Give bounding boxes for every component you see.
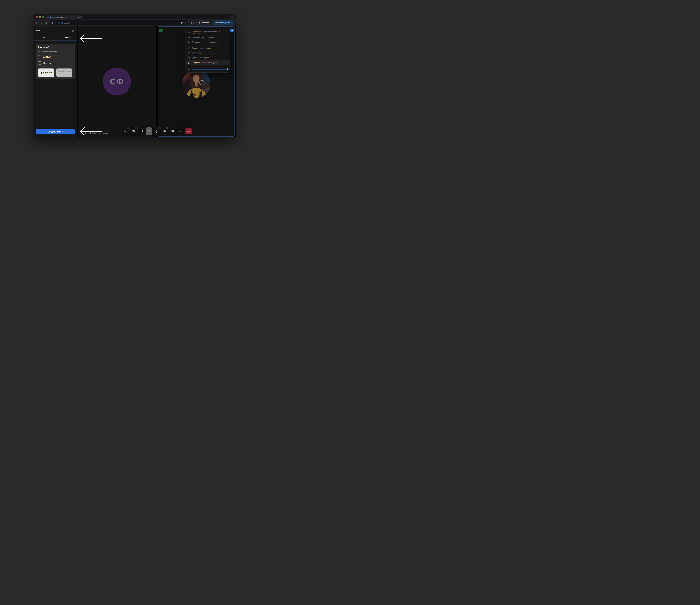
mic-icon xyxy=(188,31,190,34)
mic-off-icon xyxy=(85,132,87,134)
poll-option-label: Отлично xyxy=(43,62,51,64)
url-text[interactable]: meet.pachca.com/ xyxy=(55,22,179,24)
camera-options-chevron[interactable] xyxy=(135,127,138,129)
call-controls-toolbar: 1 xyxy=(122,126,192,136)
bookmark-star-icon[interactable] xyxy=(184,22,186,24)
browser-window: Встреча по проекту xyxy=(33,15,236,137)
incognito-label: Incognito xyxy=(202,22,209,24)
tab-search-chevron-button[interactable] xyxy=(230,15,234,19)
side-panel-icon[interactable] xyxy=(190,21,195,25)
poll-author: По София Филиппова xyxy=(38,50,72,52)
camera-toggle-button[interactable] xyxy=(130,128,136,135)
checkbox[interactable] xyxy=(38,61,41,65)
menu-item-label: Выключить видео остальным xyxy=(192,41,217,43)
participant-name: София Филлипова xyxy=(92,132,108,134)
poll-question: Как дела? xyxy=(38,46,72,49)
mic-toggle-button[interactable] xyxy=(122,128,129,135)
moderator-badge: M xyxy=(88,132,91,134)
menu-item-label: Отключить xyxy=(192,52,201,54)
grid-view-button[interactable] xyxy=(169,128,176,135)
incognito-badge: Incognito xyxy=(196,20,211,25)
more-options-button[interactable] xyxy=(177,128,184,135)
poll-option-row[interactable]: Хорошо xyxy=(38,55,72,58)
hand-options-chevron[interactable] xyxy=(158,127,161,129)
menu-item-make-moderator[interactable]: Сделать модератором xyxy=(185,46,230,50)
relaunch-label: Relaunch to update xyxy=(215,22,230,24)
menu-item-label: Сделать модератором xyxy=(192,47,211,49)
menu-item-disconnect[interactable]: Отключить xyxy=(185,50,230,55)
user-x-icon xyxy=(188,52,190,54)
tab-chat[interactable]: Чат xyxy=(33,35,55,41)
browser-menu-kebab-icon[interactable] xyxy=(231,22,233,24)
close-panel-icon[interactable] xyxy=(72,29,75,32)
checkbox[interactable] xyxy=(38,55,41,58)
create-poll-button[interactable]: Создать опрос xyxy=(36,129,75,135)
volume-row xyxy=(185,67,230,72)
video-off-icon xyxy=(188,41,190,43)
poll-skip-button[interactable]: Пропустить xyxy=(38,69,54,77)
participant-context-menu: Попросить разрешение включить микрофон В… xyxy=(185,29,230,73)
menu-item-pin-to-stage[interactable]: Прикрепить к сцене xyxy=(185,55,230,60)
raise-hand-button[interactable] xyxy=(153,128,160,135)
close-window-button[interactable] xyxy=(36,16,38,18)
volume-slider-thumb[interactable] xyxy=(227,69,228,70)
poll-option-row[interactable]: Отлично xyxy=(38,61,72,65)
new-tab-button[interactable] xyxy=(80,16,83,19)
relaunch-update-button[interactable]: Relaunch to update xyxy=(212,20,234,25)
browser-toolbar: meet.pachca.com/ xyxy=(33,19,236,26)
back-button[interactable] xyxy=(35,21,39,25)
browser-tab[interactable]: Встреча по проекту xyxy=(46,15,81,19)
menu-item-disable-video-others[interactable]: Выключить видео остальным xyxy=(185,40,230,44)
reload-button[interactable] xyxy=(44,21,48,25)
tile-more-options-button[interactable] xyxy=(230,29,233,32)
address-bar[interactable]: meet.pachca.com/ xyxy=(49,20,188,25)
menu-item-ask-unmute[interactable]: Попросить разрешение включить микрофон xyxy=(185,30,230,35)
forward-button[interactable] xyxy=(39,21,43,25)
menu-item-label: Попросить разрешение включить микрофон xyxy=(192,30,228,34)
mic-options-chevron[interactable] xyxy=(127,127,130,129)
moderator-icon xyxy=(188,47,190,49)
message-icon xyxy=(188,62,190,64)
chat-toggle-button[interactable] xyxy=(146,127,152,136)
tab-close-icon[interactable] xyxy=(77,16,79,18)
avatar-photo: RHA xyxy=(182,70,210,98)
participants-button[interactable]: 1 xyxy=(161,128,168,135)
hang-up-button[interactable] xyxy=(185,128,192,134)
site-settings-icon[interactable] xyxy=(51,22,53,24)
desktop: Встреча по проекту xyxy=(0,0,269,151)
chat-panel-title: Чат xyxy=(36,29,40,32)
tab-strip: Встреча по проекту xyxy=(33,15,236,19)
minimize-window-button[interactable] xyxy=(39,16,41,18)
chat-panel: Чат Чат Опросы Как дела? По София Филипп… xyxy=(33,26,77,137)
incognito-icon xyxy=(198,22,201,24)
menu-item-mute-others[interactable]: Выключить звук остальным xyxy=(185,35,230,40)
speaker-icon xyxy=(188,68,190,71)
screen-share-button[interactable] xyxy=(138,128,145,135)
menu-item-send-private-message[interactable]: Отправить личное сообщение xyxy=(185,60,230,65)
browser-content: Чат Чат Опросы Как дела? По София Филипп… xyxy=(33,26,236,137)
video-tile-remote[interactable]: RHA Попросить разрешение включить микроф… xyxy=(158,26,235,137)
poll-option-label: Хорошо xyxy=(43,56,51,58)
poll-confirm-button[interactable]: Подтвердить xyxy=(56,69,72,77)
menu-item-label: Прикрепить к сцене xyxy=(192,56,208,59)
pachca-favicon xyxy=(47,16,49,18)
video-tile-local[interactable]: СФ M София Филлипова xyxy=(78,26,156,137)
meeting-stage: СФ M София Филлипова xyxy=(77,26,236,137)
chat-panel-tabs: Чат Опросы xyxy=(33,35,77,41)
poll-card: Как дела? По София Филиппова Хорошо Отли… xyxy=(36,44,75,79)
volume-slider[interactable] xyxy=(192,69,228,70)
participant-name-pill: M София Филлипова xyxy=(83,131,110,135)
tab-polls[interactable]: Опросы xyxy=(55,35,77,41)
mic-off-icon xyxy=(188,36,190,39)
window-controls[interactable] xyxy=(36,16,44,18)
pin-icon xyxy=(188,56,190,59)
zoom-window-button[interactable] xyxy=(42,16,44,18)
menu-item-label: Выключить звук остальным xyxy=(192,36,215,39)
participants-count-badge: 1 xyxy=(166,127,169,129)
autofill-icon[interactable] xyxy=(180,22,183,24)
tab-title: Встреча по проекту xyxy=(50,16,76,18)
connection-stats-icon[interactable] xyxy=(159,29,162,32)
menu-item-label: Отправить личное сообщение xyxy=(192,62,218,64)
avatar-initials: СФ xyxy=(103,68,131,96)
